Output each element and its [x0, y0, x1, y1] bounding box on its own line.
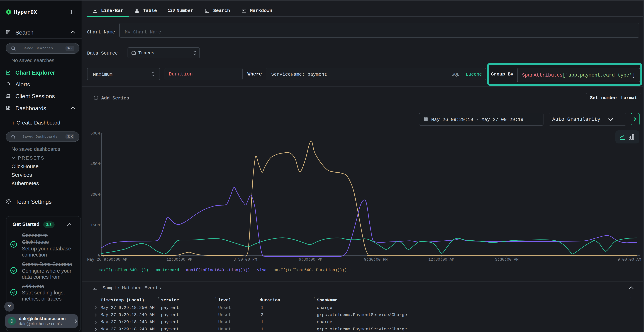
svg-text:12:30:00 PM: 12:30:00 PM — [166, 258, 192, 262]
svg-text:6:30:00 PM: 6:30:00 PM — [299, 258, 322, 262]
svg-text:3:30:00 AM: 3:30:00 AM — [495, 258, 518, 262]
svg-text:12:30:00 AM: 12:30:00 AM — [428, 258, 454, 262]
svg-text:600M: 600M — [90, 131, 100, 136]
svg-text:450M: 450M — [90, 162, 100, 166]
svg-text:9:30:00 PM: 9:30:00 PM — [364, 258, 388, 262]
svg-text:May 26 9:00:00 AM: May 26 9:00:00 AM — [87, 258, 127, 262]
svg-text:300M: 300M — [90, 192, 100, 197]
svg-text:3:30:00 PM: 3:30:00 PM — [234, 258, 257, 262]
svg-text:150M: 150M — [90, 223, 100, 228]
svg-text:9:00:00 AM: 9:00:00 AM — [618, 258, 641, 262]
